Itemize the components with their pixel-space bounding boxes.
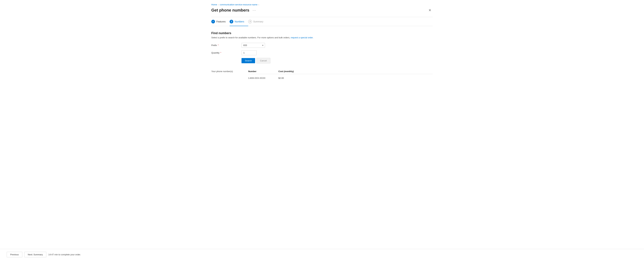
quantity-form-group: Quantity * — [211, 50, 433, 55]
steps-container: ✓ Features 2 Numbers 3 Summary — [211, 17, 433, 26]
quantity-input[interactable] — [242, 50, 256, 55]
phone-number-value: 1-833-XXX-XXXX — [248, 77, 278, 79]
description-text-before: Select a prefix to search for available … — [211, 36, 290, 39]
page-header: Get phone numbers ··· ✕ — [211, 7, 433, 13]
search-buttons-row: Search Cancel — [242, 58, 433, 63]
more-options-button[interactable]: ··· — [252, 8, 258, 13]
prefix-select-wrapper: 800 833 844 855 866 877 888 ▾ — [242, 43, 265, 48]
step-features-label: Features — [216, 20, 226, 23]
quantity-required: * — [220, 52, 221, 54]
breadcrumb-home[interactable]: Home — [211, 3, 217, 6]
phone-cost-value: $2.00 — [278, 77, 312, 79]
find-numbers-section: Find numbers Select a prefix to search f… — [211, 31, 433, 81]
breadcrumb: Home › communication-service-resource-na… — [211, 3, 433, 6]
step-features-number: ✓ — [211, 20, 215, 23]
completion-time-text: 14:47 min to complete your order. — [48, 253, 81, 256]
phone-numbers-table: Number Cost (monthly) 1-833-XXX-XXXX $2.… — [248, 70, 433, 81]
breadcrumb-separator-1: › — [218, 4, 219, 6]
table-row: 1-833-XXX-XXXX $2.00 — [248, 75, 433, 81]
phone-numbers-label: Your phone number(s) — [211, 70, 248, 73]
find-numbers-description: Select a prefix to search for available … — [211, 36, 433, 39]
footer: Previous Next: Summary 14:47 min to comp… — [0, 249, 644, 260]
step-summary[interactable]: 3 Summary — [248, 20, 267, 26]
step-features[interactable]: ✓ Features — [211, 20, 230, 26]
quantity-label: Quantity * — [211, 52, 242, 54]
search-button[interactable]: Search — [242, 58, 255, 63]
breadcrumb-resource[interactable]: communication-service-resource-name — [220, 3, 258, 6]
step-numbers-number: 2 — [230, 20, 233, 23]
step-summary-number: 3 — [248, 20, 252, 23]
find-numbers-title: Find numbers — [211, 31, 433, 35]
special-order-link[interactable]: request a special order. — [291, 36, 313, 39]
next-summary-button[interactable]: Next: Summary — [24, 252, 46, 257]
previous-button[interactable]: Previous — [7, 252, 22, 257]
prefix-label: Prefix * — [211, 44, 242, 46]
prefix-select[interactable]: 800 833 844 855 866 877 888 — [242, 43, 265, 48]
column-header-cost: Cost (monthly) — [278, 70, 312, 73]
close-button[interactable]: ✕ — [427, 7, 433, 13]
step-numbers-label: Numbers — [234, 20, 244, 23]
cancel-button[interactable]: Cancel — [256, 58, 270, 63]
phone-numbers-area: Your phone number(s) Number Cost (monthl… — [211, 70, 433, 81]
prefix-form-group: Prefix * 800 833 844 855 866 877 888 ▾ — [211, 43, 433, 48]
step-numbers[interactable]: 2 Numbers — [230, 20, 248, 26]
table-header-row: Number Cost (monthly) — [248, 70, 433, 74]
page-title: Get phone numbers — [211, 8, 250, 12]
step-summary-label: Summary — [253, 20, 263, 23]
column-header-number: Number — [248, 70, 278, 73]
breadcrumb-separator-2: › — [258, 4, 259, 6]
prefix-required: * — [218, 44, 219, 46]
